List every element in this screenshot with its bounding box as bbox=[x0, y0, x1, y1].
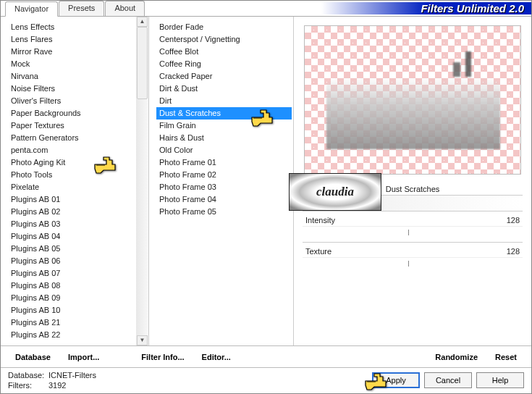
filter-item[interactable]: Photo Frame 01 bbox=[156, 156, 292, 169]
category-item[interactable]: Pattern Generators bbox=[8, 132, 147, 144]
filter-info-button[interactable]: Filter Info... bbox=[134, 351, 191, 363]
header-bar: Navigator Presets About Filters Unlimite… bbox=[1, 1, 531, 17]
category-item[interactable]: Plugins AB 09 bbox=[8, 292, 147, 304]
category-item[interactable]: Lens Flares bbox=[8, 33, 147, 46]
param-label: Intensity bbox=[305, 216, 335, 225]
category-item[interactable]: Oliver's Filters bbox=[8, 95, 147, 107]
filter-item[interactable]: Dirt bbox=[156, 95, 292, 107]
tab-navigator[interactable]: Navigator bbox=[5, 1, 58, 17]
param-value: 128 bbox=[507, 247, 520, 256]
help-button[interactable]: Help bbox=[476, 372, 524, 388]
filter-item[interactable]: Coffee Blot bbox=[156, 46, 292, 58]
filter-item[interactable]: Dirt & Dust bbox=[156, 83, 292, 95]
watermark-badge: claudia bbox=[289, 173, 381, 211]
db-label: Database: bbox=[8, 370, 48, 380]
app-title: Filters Unlimited 2.0 bbox=[329, 1, 531, 14]
category-item[interactable]: Pixelate bbox=[8, 181, 147, 193]
cancel-button[interactable]: Cancel bbox=[424, 372, 472, 388]
category-item[interactable]: Plugins AB 01 bbox=[8, 193, 147, 206]
pointer-icon bbox=[93, 156, 118, 175]
category-item[interactable]: Mirror Rave bbox=[8, 46, 147, 58]
category-item[interactable]: Lens Effects bbox=[8, 21, 147, 33]
category-item[interactable]: Plugins AB 03 bbox=[8, 218, 147, 230]
category-item[interactable]: Nirvana bbox=[8, 70, 147, 83]
category-item[interactable]: Plugins AB 22 bbox=[8, 329, 147, 341]
main-area: Lens EffectsLens FlaresMirror RaveMockNi… bbox=[1, 17, 531, 345]
watermark-text: claudia bbox=[316, 185, 354, 199]
action-row: Database Import... Filter Info... Editor… bbox=[1, 345, 531, 367]
category-item[interactable]: Plugins AB 06 bbox=[8, 255, 147, 267]
param-row: Texture128 bbox=[303, 242, 523, 257]
category-item[interactable]: penta.com bbox=[8, 144, 147, 156]
database-button[interactable]: Database bbox=[8, 351, 58, 363]
title-brand: Filters Unlimited 2.0 bbox=[329, 1, 531, 16]
filter-item[interactable]: Photo Frame 04 bbox=[156, 193, 292, 206]
filter-item[interactable]: Centerspot / Vignetting bbox=[156, 33, 292, 46]
filters-count-label: Filters: bbox=[8, 380, 48, 390]
editor-button[interactable]: Editor... bbox=[195, 351, 238, 363]
category-item[interactable]: Plugins AB 08 bbox=[8, 280, 147, 292]
category-item[interactable]: Noise Filters bbox=[8, 83, 147, 95]
db-value: ICNET-Filters bbox=[48, 371, 96, 380]
filter-item[interactable]: Photo Frame 02 bbox=[156, 169, 292, 181]
filter-item[interactable]: Photo Frame 05 bbox=[156, 206, 292, 218]
pointer-icon bbox=[364, 372, 389, 391]
import-button[interactable]: Import... bbox=[61, 351, 106, 363]
tabs: Navigator Presets About bbox=[1, 1, 145, 16]
param-slider[interactable] bbox=[303, 226, 523, 242]
randomize-button[interactable]: Randomize bbox=[428, 351, 485, 363]
tab-presets[interactable]: Presets bbox=[59, 1, 104, 16]
category-item[interactable]: Plugins AB 02 bbox=[8, 206, 147, 218]
category-item[interactable]: Plugins AB 10 bbox=[8, 304, 147, 317]
param-slider[interactable] bbox=[303, 257, 523, 273]
scroll-down-icon[interactable]: ▼ bbox=[137, 335, 148, 345]
category-item[interactable]: Plugins AB 05 bbox=[8, 243, 147, 255]
preview-image bbox=[304, 25, 521, 175]
param-row: Intensity128 bbox=[303, 211, 523, 226]
category-item[interactable]: Plugins AB 04 bbox=[8, 230, 147, 243]
category-list[interactable]: Lens EffectsLens FlaresMirror RaveMockNi… bbox=[1, 17, 149, 345]
category-item[interactable]: Plugins AB 07 bbox=[8, 267, 147, 280]
filter-item[interactable]: Photo Frame 03 bbox=[156, 181, 292, 193]
param-label: Texture bbox=[305, 247, 332, 256]
category-item[interactable]: Paper Textures bbox=[8, 120, 147, 132]
filter-item[interactable]: Border Fade bbox=[156, 21, 292, 33]
scroll-up-icon[interactable]: ▲ bbox=[137, 17, 148, 27]
reset-button[interactable]: Reset bbox=[488, 351, 524, 363]
scroll-thumb[interactable] bbox=[137, 27, 148, 99]
filters-count-value: 3192 bbox=[48, 381, 66, 390]
scrollbar[interactable]: ▲ ▼ bbox=[136, 17, 148, 345]
filter-item[interactable]: Coffee Ring bbox=[156, 58, 292, 70]
category-item[interactable]: Photo Aging Kit bbox=[8, 156, 147, 169]
filter-list[interactable]: Border FadeCenterspot / VignettingCoffee… bbox=[149, 17, 294, 345]
filter-item[interactable]: Hairs & Dust bbox=[156, 132, 292, 144]
tab-about[interactable]: About bbox=[105, 1, 145, 16]
category-item[interactable]: Plugins AB 21 bbox=[8, 317, 147, 329]
footer: Database:ICNET-Filters Filters:3192 Appl… bbox=[1, 367, 531, 393]
filter-item[interactable]: Cracked Paper bbox=[156, 70, 292, 83]
footer-info: Database:ICNET-Filters Filters:3192 bbox=[8, 370, 96, 390]
filter-item[interactable]: Old Color bbox=[156, 144, 292, 156]
category-item[interactable]: Mock bbox=[8, 58, 147, 70]
category-item[interactable]: Paper Backgrounds bbox=[8, 107, 147, 120]
category-item[interactable]: Photo Tools bbox=[8, 169, 147, 181]
pointer-icon bbox=[250, 109, 275, 127]
param-value: 128 bbox=[507, 216, 520, 225]
